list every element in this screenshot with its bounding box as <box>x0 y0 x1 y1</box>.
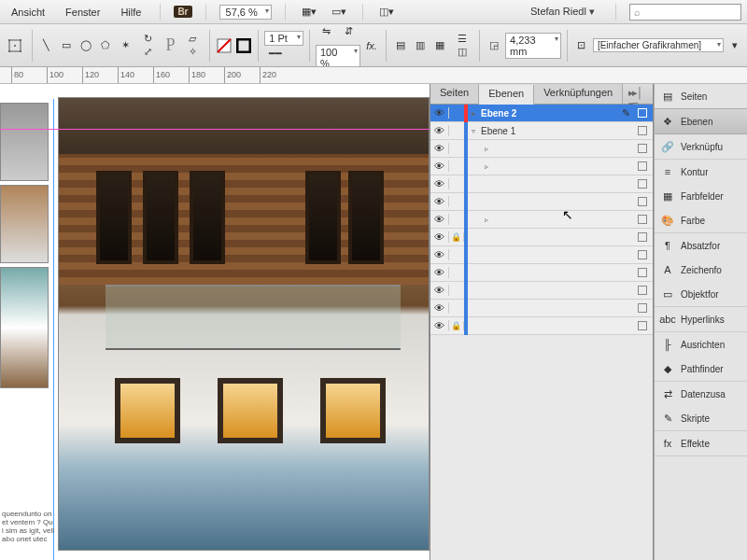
selection-proxy-icon[interactable] <box>638 215 647 224</box>
rotate-icon[interactable]: ↻ <box>136 34 159 45</box>
visibility-toggle-icon[interactable]: 👁 <box>430 320 449 331</box>
layer-row[interactable]: 👁🔒 <box>430 317 653 335</box>
wrap-both-icon[interactable]: ▦ <box>431 35 448 57</box>
dock-item-color[interactable]: 🎨Farbe <box>655 208 747 232</box>
layer-row[interactable]: 👁 <box>430 264 653 282</box>
selection-proxy-icon[interactable] <box>638 268 647 277</box>
selection-proxy-icon[interactable] <box>638 197 647 206</box>
corner-radius-field[interactable]: 4,233 mm <box>505 33 561 59</box>
arrange-icon[interactable]: ◫▾ <box>376 3 397 21</box>
screen-mode-icon[interactable]: ▭▾ <box>329 3 349 21</box>
menu-flyout-icon[interactable]: ▾ <box>726 35 743 57</box>
rect-tool-icon[interactable]: ▭ <box>58 35 75 57</box>
fill-swatch-icon[interactable] <box>216 35 233 57</box>
selection-proxy-icon[interactable] <box>638 126 647 135</box>
visibility-toggle-icon[interactable]: 👁 <box>430 249 449 260</box>
selection-proxy-icon[interactable] <box>638 232 647 242</box>
expand-icon[interactable]: ▹ <box>481 162 492 171</box>
selection-proxy-icon[interactable] <box>638 179 647 189</box>
user-name[interactable]: Stefan Riedl ▾ <box>523 6 602 18</box>
dock-item-align[interactable]: ╟Ausrichten <box>655 332 747 357</box>
layer-row[interactable]: 👁 <box>430 246 653 264</box>
dock-item-layers[interactable]: ❖Ebenen <box>655 108 747 134</box>
wrap-around-icon[interactable]: ◫ <box>451 47 473 58</box>
dock-item-obj[interactable]: ▭Objektfor <box>655 282 747 306</box>
free-transform-icon[interactable]: ✧ <box>181 47 204 58</box>
stroke-weight-field[interactable]: 1 Pt <box>264 31 303 46</box>
visibility-toggle-icon[interactable]: 👁 <box>430 302 449 314</box>
selection-proxy-icon[interactable] <box>638 144 647 153</box>
dock-item-script[interactable]: ✎Skripte <box>655 406 747 430</box>
lock-toggle-icon[interactable]: 🔒 <box>449 232 464 242</box>
bridge-icon[interactable]: Br <box>174 6 191 18</box>
fx-icon[interactable]: fx. <box>363 35 380 57</box>
flip-v-icon[interactable]: ⇵ <box>338 24 360 43</box>
view-mode-icon[interactable]: ▦▾ <box>299 3 319 21</box>
layer-row[interactable]: 👁▹ <box>430 211 653 229</box>
document-canvas[interactable]: queendunto onet ventem ? Qui sim as igit… <box>0 84 430 560</box>
selection-proxy-icon[interactable] <box>638 108 647 118</box>
stroke-swatch-icon[interactable] <box>235 35 252 57</box>
selection-proxy-icon[interactable] <box>638 303 647 313</box>
visibility-toggle-icon[interactable]: 👁 <box>430 267 449 278</box>
visibility-toggle-icon[interactable]: 👁 <box>430 196 449 207</box>
type-on-path-icon[interactable]: P <box>162 35 178 57</box>
visibility-toggle-icon[interactable]: 👁 <box>430 178 449 189</box>
fit-frame-icon[interactable]: ⊡ <box>573 35 590 57</box>
visibility-toggle-icon[interactable]: 👁 <box>430 161 449 172</box>
menu-ansicht[interactable]: Ansicht <box>6 4 50 21</box>
menu-fenster[interactable]: Fenster <box>60 4 106 21</box>
layer-row[interactable]: 👁 <box>430 193 653 211</box>
layer-row[interactable]: 👁 <box>430 300 653 317</box>
visibility-toggle-icon[interactable]: 👁 <box>430 285 449 296</box>
dock-item-char[interactable]: AZeichenfo <box>655 258 747 282</box>
stroke-style-icon[interactable]: ━━ <box>264 48 287 61</box>
corner-icon[interactable]: ◲ <box>486 35 502 57</box>
wrap-right-icon[interactable]: ▥ <box>412 35 429 57</box>
object-style-dropdown[interactable]: [Einfacher Grafikrahmen] <box>593 38 724 52</box>
selection-proxy-icon[interactable] <box>638 321 647 330</box>
menu-hilfe[interactable]: Hilfe <box>115 4 147 21</box>
zoom-dropdown[interactable]: 57,6 % <box>219 5 272 20</box>
dock-item-swatches[interactable]: ▦Farbfelder <box>655 184 747 208</box>
ref-point-icon[interactable] <box>4 35 26 57</box>
layer-row[interactable]: 👁▹ <box>430 158 653 175</box>
tab-ebenen[interactable]: Ebenen <box>479 85 534 105</box>
shear-icon[interactable]: ▱ <box>181 34 204 45</box>
dock-item-para[interactable]: ¶Absatzfor <box>655 233 747 258</box>
dock-item-merge[interactable]: ⇄Datenzusa <box>655 382 747 406</box>
tab-verknuepfungen[interactable]: Verknüpfungen <box>534 84 623 104</box>
line-tool-icon[interactable]: ╲ <box>38 35 55 57</box>
star-tool-icon[interactable]: ✶ <box>117 35 134 57</box>
dock-item-stroke[interactable]: ≡Kontur <box>655 160 747 184</box>
layer-row[interactable]: 👁🔒 <box>430 229 653 246</box>
scale-icon[interactable]: ⤢ <box>136 47 159 58</box>
lock-toggle-icon[interactable]: 🔒 <box>449 321 464 330</box>
dock-item-path[interactable]: ◆Pathfinder <box>655 357 747 381</box>
flip-h-icon[interactable]: ⇋ <box>316 24 338 43</box>
selection-proxy-icon[interactable] <box>638 250 647 259</box>
panel-collapse-icon[interactable]: ▸▸ │ ▾≡ <box>623 84 653 104</box>
expand-icon[interactable]: ▹ <box>481 216 492 224</box>
opacity-field[interactable]: 100 % <box>316 45 360 68</box>
expand-icon[interactable]: ▸ <box>468 109 479 118</box>
wrap-jump-icon[interactable]: ☰ <box>451 34 473 45</box>
layer-row[interactable]: 👁▸Ebene 2✎ <box>430 105 653 122</box>
tab-seiten[interactable]: Seiten <box>430 84 479 104</box>
layer-row[interactable]: 👁▹ <box>430 140 653 158</box>
guide-line[interactable] <box>0 129 430 130</box>
search-input[interactable]: ⌕ <box>629 4 741 21</box>
dock-item-fx[interactable]: fxEffekte <box>655 431 747 455</box>
ellipse-tool-icon[interactable]: ◯ <box>78 35 94 57</box>
dock-item-links[interactable]: 🔗Verknüpfu <box>655 134 747 159</box>
expand-icon[interactable]: ▹ <box>481 145 492 153</box>
dock-item-hyper[interactable]: abcHyperlinks <box>655 307 747 331</box>
visibility-toggle-icon[interactable]: 👁 <box>430 214 449 225</box>
selection-proxy-icon[interactable] <box>638 286 647 295</box>
visibility-toggle-icon[interactable]: 👁 <box>430 107 449 119</box>
visibility-toggle-icon[interactable]: 👁 <box>430 125 449 136</box>
layer-row[interactable]: 👁 <box>430 175 653 193</box>
expand-icon[interactable]: ▿ <box>468 127 479 135</box>
layer-row[interactable]: 👁▿Ebene 1 <box>430 122 653 140</box>
wrap-left-icon[interactable]: ▤ <box>392 35 409 57</box>
